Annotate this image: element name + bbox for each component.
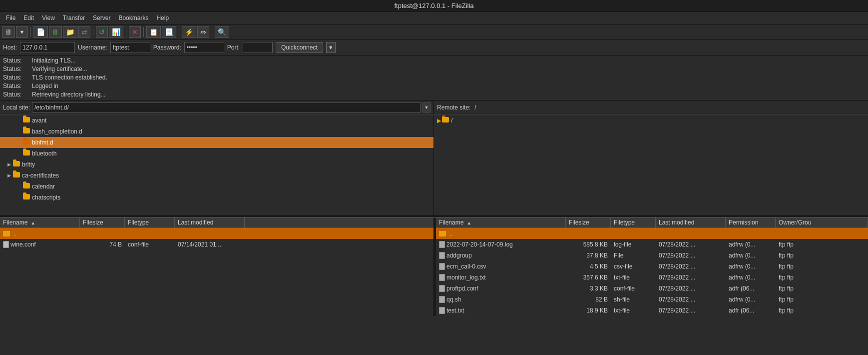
folder-btn[interactable]: 📁 (63, 26, 77, 38)
remote-tree[interactable]: ▶ / (434, 115, 868, 215)
transfer-queue-btn[interactable]: ⚡ (182, 26, 196, 38)
password-input[interactable] (184, 42, 224, 53)
quickconnect-button[interactable]: Quickconnect (276, 42, 323, 53)
chatscripts-label: chatscripts (32, 193, 60, 202)
local-row-parent[interactable]: .. (0, 228, 434, 239)
chart-icon: 📊 (112, 28, 120, 36)
local-col-filetype[interactable]: Filetype (125, 218, 175, 228)
remote-row-log[interactable]: 2022-07-20-14-07-09.log 585.8 KB log-fil… (436, 239, 868, 250)
tree-item-binfmt[interactable]: binfmt.d (0, 137, 434, 148)
tree-item-ca-certs[interactable]: ▶ ca-certificates (0, 170, 434, 181)
remote-col-filesize[interactable]: Filesize (566, 218, 611, 228)
status-text-2: Verifying certificate... (32, 65, 87, 74)
remote-row-testtxt[interactable]: test.txt 18.9 KB txt-file 07/28/2022 ...… (436, 305, 868, 316)
toolbar-dropdown-btn[interactable]: ▼ (16, 26, 28, 38)
local-col-filesize[interactable]: Filesize (80, 218, 125, 228)
remote-testtxt-icon (439, 307, 445, 314)
remote-filename-sort-icon: ▲ (467, 220, 471, 226)
chart-btn[interactable]: 📊 (109, 26, 123, 38)
port-input[interactable] (243, 42, 273, 53)
local-site-label: Local site: (3, 104, 30, 111)
server-manager-btn[interactable]: 🖥 (49, 26, 62, 38)
remote-row-proftpd[interactable]: proftpd.conf 3.3 KB conf-file 07/28/2022… (436, 283, 868, 294)
username-input[interactable] (110, 42, 150, 53)
remote-cell-addgroup-type: File (611, 250, 656, 260)
log-btn[interactable]: 📃 (162, 26, 176, 38)
quickconnect-dropdown-btn[interactable]: ▼ (326, 42, 336, 53)
local-col-modified[interactable]: Last modified (175, 218, 245, 228)
reconnect-btn[interactable]: ↺ (96, 26, 108, 38)
tree-item-brltty[interactable]: ▶ brltty (0, 159, 434, 170)
remote-col-filetype[interactable]: Filetype (611, 218, 656, 228)
remote-row-ecm[interactable]: ecm_call-0.csv 4.5 KB csv-file 07/28/202… (436, 261, 868, 272)
sync-btn[interactable]: ⇄ (78, 26, 90, 38)
remote-cell-monitor-modified: 07/28/2022 ... (656, 272, 726, 282)
tree-item-calendar[interactable]: calendar (0, 181, 434, 192)
menu-help[interactable]: Help (152, 13, 173, 23)
remote-cell-testtxt-name: test.txt (436, 306, 566, 316)
root-expand-icon: ▶ (437, 116, 441, 125)
remote-cell-parent-type (611, 233, 656, 234)
compare-icon: ⇔ (200, 28, 206, 36)
menu-bookmarks[interactable]: Bookmarks (114, 13, 152, 23)
remote-row-parent[interactable]: .. (436, 228, 868, 239)
remote-cell-qqsh-type: sh-file (611, 294, 656, 304)
local-cell-wineconf-modified: 07/14/2021 01:... (175, 240, 245, 250)
host-input[interactable] (20, 42, 75, 53)
remote-cell-testtxt-modified: 07/28/2022 ... (656, 306, 726, 316)
tree-item-bash-completion[interactable]: bash_completion.d (0, 126, 434, 137)
menu-edit[interactable]: Edit (19, 13, 38, 23)
ca-certs-label: ca-certificates (22, 171, 59, 180)
remote-row-monitor[interactable]: monitor_log.txt 357.6 KB txt-file 07/28/… (436, 272, 868, 283)
status-label-3: Status: (3, 74, 28, 82)
local-cell-parent-size (80, 233, 125, 234)
host-label: Host: (3, 44, 17, 51)
local-row-wineconf[interactable]: wine.conf 74 B conf-file 07/14/2021 01:.… (0, 239, 434, 250)
menu-bar: File Edit View Transfer Server Bookmarks… (0, 12, 868, 24)
tree-item-avant[interactable]: avant (0, 115, 434, 126)
local-site-dropdown-btn[interactable]: ▼ (423, 102, 431, 112)
remote-cell-parent-modified (656, 233, 726, 234)
menu-view[interactable]: View (38, 13, 59, 23)
chatscripts-folder-icon (23, 193, 30, 202)
menu-server[interactable]: Server (89, 13, 114, 23)
port-label: Port: (227, 44, 240, 51)
remote-cell-ecm-name: ecm_call-0.csv (436, 262, 566, 272)
open-site-manager-btn[interactable]: 🖥 (2, 26, 15, 38)
remote-row-qqsh[interactable]: qq.sh 82 B sh-file 07/28/2022 ... adfrw … (436, 294, 868, 305)
tree-item-root[interactable]: ▶ / (434, 115, 868, 126)
new-tab-btn[interactable]: 📄 (33, 26, 48, 38)
compare-btn[interactable]: ⇔ (197, 26, 209, 38)
remote-cell-proftpd-type: conf-file (611, 284, 656, 294)
status-label-4: Status: (3, 82, 28, 90)
menu-transfer[interactable]: Transfer (59, 13, 89, 23)
remote-cell-proftpd-size: 3.3 KB (566, 284, 611, 294)
menu-file[interactable]: File (2, 13, 19, 23)
toolbar-sep-2 (93, 27, 93, 37)
tree-item-chatscripts[interactable]: chatscripts (0, 192, 434, 203)
toolbar-sep-1 (30, 27, 31, 37)
remote-col-owner[interactable]: Owner/Grou (776, 218, 868, 228)
search-files-btn[interactable]: 🔍 (215, 26, 229, 38)
remote-cell-addgroup-modified: 07/28/2022 ... (656, 250, 726, 260)
remote-cell-testtxt-perm: adfr (06... (726, 306, 776, 316)
remote-col-permission[interactable]: Permission (726, 218, 776, 228)
local-site-path-input[interactable] (32, 102, 421, 112)
remote-row-addgroup[interactable]: addgroup 37.8 KB File 07/28/2022 ... adf… (436, 250, 868, 261)
tree-item-bluetooth[interactable]: bluetooth (0, 148, 434, 159)
remote-cell-log-owner: ftp ftp (776, 240, 868, 250)
remote-col-modified[interactable]: Last modified (656, 218, 726, 228)
remote-qqsh-icon (439, 296, 445, 303)
bluetooth-label: bluetooth (32, 149, 56, 158)
remote-col-filename[interactable]: Filename ▲ (436, 218, 566, 228)
queue-btn[interactable]: 📋 (146, 26, 161, 38)
remote-cell-qqsh-name: qq.sh (436, 294, 566, 304)
local-col-filename[interactable]: Filename ▲ (0, 218, 80, 228)
disconnect-btn[interactable]: ✕ (129, 26, 141, 38)
remote-file-list[interactable]: Filename ▲ Filesize Filetype Last modifi… (436, 218, 868, 316)
local-file-list[interactable]: Filename ▲ Filesize Filetype Last modifi… (0, 218, 434, 316)
local-tree[interactable]: avant bash_completion.d binfmt.d (0, 115, 434, 215)
remote-cell-log-modified: 07/28/2022 ... (656, 240, 726, 250)
remote-cell-log-size: 585.8 KB (566, 240, 611, 250)
status-text-3: TLS connection established. (32, 74, 107, 82)
